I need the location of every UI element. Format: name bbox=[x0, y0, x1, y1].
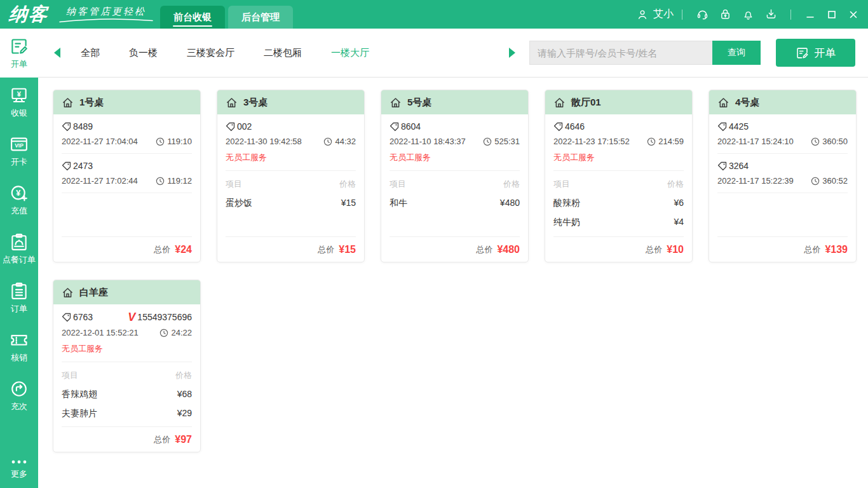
table-name: 1号桌 bbox=[79, 97, 104, 109]
item-name: 酸辣粉 bbox=[553, 198, 580, 209]
table-card-header: 散厅01 bbox=[545, 90, 692, 114]
vip-card-icon: VIP bbox=[10, 135, 29, 154]
order-time: 2022-11-27 17:02:44 bbox=[62, 176, 138, 186]
tag-icon bbox=[62, 313, 71, 322]
order-tag: 4425 bbox=[717, 121, 749, 132]
app-logo: 纳客 bbox=[8, 2, 49, 27]
no-staff-label: 无员工服务 bbox=[226, 152, 356, 163]
order-duration: 525:31 bbox=[483, 137, 520, 146]
total-label: 总价 bbox=[154, 434, 170, 445]
total-amount: ¥480 bbox=[497, 244, 520, 255]
tag-icon bbox=[390, 122, 399, 132]
order-entry: 0022022-11-30 19:42:5844:32无员工服务 bbox=[226, 114, 356, 171]
room-filter-strip: 全部 负一楼 三楼宴会厅 二楼包厢 一楼大厅 bbox=[54, 47, 529, 59]
sidebar-item-more[interactable]: 更多 bbox=[0, 450, 38, 488]
user-icon bbox=[636, 8, 649, 21]
table-card-footer: 总价¥24 bbox=[62, 236, 192, 262]
lock-icon[interactable] bbox=[714, 8, 736, 21]
sidebar-item-recharge[interactable]: ¥ 充值 bbox=[0, 175, 38, 224]
item-row: 蛋炒饭¥15 bbox=[226, 190, 356, 209]
sidebar-item-label: 充次 bbox=[11, 401, 27, 412]
filter-tab-2f-rooms[interactable]: 二楼包厢 bbox=[264, 47, 302, 59]
support-headset-icon[interactable] bbox=[691, 8, 714, 21]
order-tag: 4646 bbox=[553, 121, 585, 132]
card-spacer bbox=[553, 228, 684, 236]
titlebar-right: 艾小 bbox=[636, 4, 864, 25]
sidebar-item-open-bill[interactable]: 开单 bbox=[0, 29, 38, 78]
table-card-body: 6763V155493756962022-12-01 15:52:2124:22… bbox=[53, 304, 200, 452]
sidebar-item-verify[interactable]: 核销 bbox=[0, 322, 38, 371]
minimize-button[interactable] bbox=[799, 4, 821, 25]
order-duration: 360:52 bbox=[811, 176, 848, 186]
table-card[interactable]: 3号桌0022022-11-30 19:42:5844:32无员工服务项目价格蛋… bbox=[217, 90, 365, 262]
cashier-icon: ¥ bbox=[10, 86, 29, 105]
table-card-footer: 总价¥97 bbox=[62, 426, 192, 452]
tag-icon bbox=[717, 122, 727, 132]
slogan-swoosh bbox=[58, 18, 154, 23]
close-button[interactable] bbox=[843, 4, 864, 25]
tab-front-cashier[interactable]: 前台收银 bbox=[160, 6, 225, 29]
download-icon[interactable] bbox=[759, 8, 782, 21]
clock-icon bbox=[647, 137, 656, 146]
sidebar-item-food-orders[interactable]: 点餐订单 bbox=[0, 224, 38, 273]
svg-text:VIP: VIP bbox=[15, 142, 24, 149]
filter-tab-3f-banquet[interactable]: 三楼宴会厅 bbox=[187, 47, 234, 59]
sidebar: 开单 ¥ 收银 VIP 开卡 ¥ 充值 bbox=[0, 29, 38, 488]
app-slogan: 纳客管店更轻松 bbox=[66, 6, 146, 18]
sidebar-item-refill-times[interactable]: 充次 bbox=[0, 371, 38, 420]
card-spacer bbox=[226, 209, 356, 236]
filter-tab-basement-1[interactable]: 负一楼 bbox=[129, 47, 158, 59]
table-name: 5号桌 bbox=[407, 97, 431, 109]
no-staff-label: 无员工服务 bbox=[390, 152, 520, 163]
order-entry: 24732022-11-27 17:02:44119:12 bbox=[62, 154, 192, 193]
table-card-footer: 总价¥480 bbox=[390, 236, 520, 262]
item-price: ¥4 bbox=[674, 217, 684, 228]
order-duration: 214:59 bbox=[647, 137, 684, 146]
open-bill-button[interactable]: 开单 bbox=[776, 39, 855, 67]
table-name: 散厅01 bbox=[571, 97, 601, 109]
table-card[interactable]: 散厅0146462022-11-23 17:15:52214:59无员工服务项目… bbox=[545, 90, 693, 262]
sidebar-item-cashier[interactable]: ¥ 收银 bbox=[0, 78, 38, 126]
items-col-name: 项目 bbox=[226, 179, 242, 190]
maximize-button[interactable] bbox=[821, 4, 843, 25]
main-nav-tabs: 前台收银 后台管理 bbox=[160, 6, 293, 29]
filter-tab-1f-hall[interactable]: 一楼大厅 bbox=[331, 47, 369, 59]
item-price: ¥29 bbox=[177, 408, 192, 419]
search-input[interactable] bbox=[529, 41, 712, 65]
table-card[interactable]: 1号桌84892022-11-27 17:04:04119:1024732022… bbox=[53, 90, 201, 262]
table-card[interactable]: 4号桌44252022-11-17 15:24:10360:5032642022… bbox=[709, 90, 857, 262]
order-entry: 44252022-11-17 15:24:10360:50 bbox=[717, 114, 848, 154]
items-table: 项目价格蛋炒饭¥15 bbox=[226, 171, 356, 209]
sidebar-item-label: 开单 bbox=[11, 58, 27, 70]
item-price: ¥15 bbox=[341, 198, 356, 209]
sidebar-item-label: 充值 bbox=[11, 205, 27, 217]
sidebar-item-label: 收银 bbox=[11, 107, 27, 119]
open-bill-icon bbox=[796, 46, 809, 60]
items-col-name: 项目 bbox=[553, 179, 570, 190]
item-name: 香辣鸡翅 bbox=[62, 389, 97, 400]
card-spacer bbox=[62, 419, 192, 426]
sidebar-item-orders[interactable]: 订单 bbox=[0, 273, 38, 322]
search-box: 查询 bbox=[529, 41, 761, 65]
recharge-icon: ¥ bbox=[10, 184, 29, 203]
scroll-right-arrow-icon[interactable] bbox=[509, 48, 515, 58]
table-card-body: 46462022-11-23 17:15:52214:59无员工服务项目价格酸辣… bbox=[545, 114, 692, 262]
tab-backend-admin[interactable]: 后台管理 bbox=[228, 6, 293, 29]
table-card[interactable]: 5号桌86042022-11-10 18:43:37525:31无员工服务项目价… bbox=[381, 90, 529, 262]
tab-front-cashier-label: 前台收银 bbox=[173, 11, 212, 24]
filter-tab-all[interactable]: 全部 bbox=[81, 47, 100, 59]
item-name: 纯牛奶 bbox=[553, 217, 580, 228]
order-duration: 119:10 bbox=[156, 137, 192, 146]
orders-icon bbox=[10, 281, 29, 301]
table-card[interactable]: 白羊座6763V155493756962022-12-01 15:52:2124… bbox=[53, 280, 201, 452]
card-spacer bbox=[717, 193, 848, 236]
scroll-left-arrow-icon[interactable] bbox=[54, 48, 60, 58]
table-card-footer: 总价¥15 bbox=[226, 236, 356, 262]
sidebar-item-vip-card[interactable]: VIP 开卡 bbox=[0, 126, 38, 175]
table-card-body: 44252022-11-17 15:24:10360:5032642022-11… bbox=[709, 114, 856, 262]
app-slogan-wrap: 纳客管店更轻松 bbox=[58, 6, 154, 23]
notification-bell-icon[interactable] bbox=[736, 8, 759, 21]
search-button[interactable]: 查询 bbox=[712, 41, 761, 65]
user-menu[interactable]: 艾小 bbox=[636, 8, 674, 21]
order-duration: 24:22 bbox=[159, 328, 192, 337]
